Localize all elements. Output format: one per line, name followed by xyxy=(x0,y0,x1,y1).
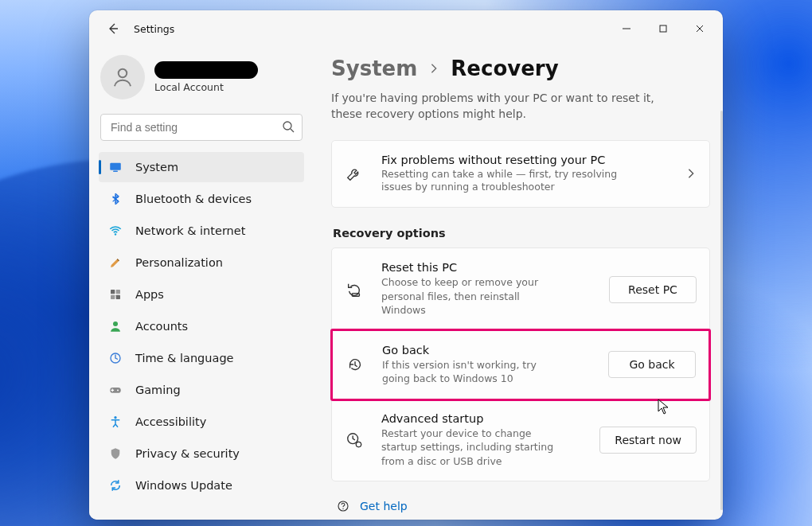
chevron-right-icon xyxy=(685,168,697,179)
page-title: Recovery xyxy=(451,56,558,80)
sidebar-item-label: Privacy & security xyxy=(135,447,295,460)
sidebar-item-label: Accounts xyxy=(135,320,295,333)
clock-globe-icon xyxy=(108,351,123,365)
account-icon xyxy=(108,319,123,333)
back-button[interactable] xyxy=(99,14,127,43)
maximize-button[interactable] xyxy=(645,16,681,41)
svg-rect-4 xyxy=(113,171,118,173)
settings-window: Settings Local Account xyxy=(89,10,723,520)
minimize-icon xyxy=(623,25,630,33)
sidebar-item-accessibility[interactable]: Accessibility xyxy=(99,407,304,437)
close-icon xyxy=(696,25,704,33)
sidebar-item-personalization[interactable]: Personalization xyxy=(99,247,304,278)
svg-rect-9 xyxy=(116,295,120,299)
page-intro: If you're having problems with your PC o… xyxy=(331,90,673,123)
svg-rect-3 xyxy=(110,163,121,170)
paintbrush-icon xyxy=(108,255,123,270)
fix-card-sub: Resetting can take a while — first, try … xyxy=(381,168,628,195)
sidebar-item-system[interactable]: System xyxy=(99,152,304,182)
svg-rect-6 xyxy=(111,290,115,294)
fix-card-title: Fix problems without resetting your PC xyxy=(381,154,668,166)
svg-point-1 xyxy=(119,69,127,78)
svg-point-19 xyxy=(342,508,343,509)
restart-now-button[interactable]: Restart now xyxy=(599,427,697,454)
sidebar-item-network[interactable]: Network & internet xyxy=(99,216,304,246)
option-title: Reset this PC xyxy=(381,261,591,274)
svg-point-10 xyxy=(113,321,118,326)
option-advanced-startup: Advanced startup Restart your device to … xyxy=(332,399,709,481)
search-input[interactable] xyxy=(100,114,303,141)
option-sub: Restart your device to change startup se… xyxy=(381,427,564,469)
sidebar-item-accounts[interactable]: Accounts xyxy=(99,311,304,341)
sidebar-item-label: Windows Update xyxy=(135,479,295,492)
svg-point-2 xyxy=(283,122,291,130)
wrench-icon xyxy=(345,165,364,182)
person-icon xyxy=(111,65,135,89)
breadcrumb-parent[interactable]: System xyxy=(331,56,417,80)
fix-problems-card[interactable]: Fix problems without resetting your PC R… xyxy=(331,140,710,208)
close-button[interactable] xyxy=(681,16,718,41)
scrollbar[interactable] xyxy=(720,111,723,510)
sidebar-item-label: Gaming xyxy=(135,384,295,396)
sidebar-item-time-language[interactable]: Time & language xyxy=(99,343,304,373)
breadcrumb: System Recovery xyxy=(331,56,710,80)
sidebar-item-label: System xyxy=(135,161,295,173)
user-name-redacted xyxy=(154,61,258,79)
avatar xyxy=(100,55,145,99)
option-reset-pc: Reset this PC Choose to keep or remove y… xyxy=(332,248,709,330)
option-sub: Choose to keep or remove your personal f… xyxy=(381,275,564,318)
minimize-button[interactable] xyxy=(608,16,645,41)
history-icon xyxy=(345,356,365,373)
bluetooth-icon xyxy=(108,193,123,205)
window-controls xyxy=(608,16,718,41)
help-icon xyxy=(336,499,350,513)
maximize-icon xyxy=(659,25,667,33)
search-field xyxy=(100,114,303,141)
reset-pc-button[interactable]: Reset PC xyxy=(609,276,697,303)
sidebar-item-apps[interactable]: Apps xyxy=(99,279,304,310)
get-help-link[interactable]: Get help xyxy=(336,499,710,513)
arrow-left-icon xyxy=(107,22,119,35)
sidebar-item-label: Apps xyxy=(135,288,295,301)
svg-point-14 xyxy=(114,416,116,419)
reset-pc-icon xyxy=(345,281,364,298)
gamepad-icon xyxy=(108,383,123,397)
sidebar-item-privacy[interactable]: Privacy & security xyxy=(99,438,304,469)
option-sub: If this version isn't working, try going… xyxy=(382,358,565,386)
recovery-options-list: Reset this PC Choose to keep or remove y… xyxy=(331,247,710,481)
user-card[interactable]: Local Account xyxy=(99,55,304,109)
update-icon xyxy=(108,478,123,493)
chevron-right-icon xyxy=(428,63,439,74)
accessibility-icon xyxy=(108,415,123,429)
sidebar-item-bluetooth[interactable]: Bluetooth & devices xyxy=(99,184,304,214)
go-back-button[interactable]: Go back xyxy=(608,351,696,378)
apps-icon xyxy=(108,288,123,301)
svg-rect-8 xyxy=(111,295,115,299)
highlight-go-back: Go back If this version isn't working, t… xyxy=(330,329,711,401)
sidebar-item-label: Personalization xyxy=(135,256,295,269)
help-link-label: Get help xyxy=(360,500,408,512)
wifi-icon xyxy=(108,224,123,238)
svg-rect-7 xyxy=(116,290,120,294)
svg-point-5 xyxy=(115,233,116,235)
option-title: Advanced startup xyxy=(381,412,582,425)
sidebar-item-windows-update[interactable]: Windows Update xyxy=(99,470,304,501)
nav-list: System Bluetooth & devices Network & int… xyxy=(99,152,304,510)
titlebar: Settings xyxy=(89,10,723,47)
monitor-icon xyxy=(108,160,123,174)
recovery-options-heading: Recovery options xyxy=(333,227,710,240)
user-account-type: Local Account xyxy=(154,82,258,93)
option-go-back: Go back If this version isn't working, t… xyxy=(333,331,709,399)
search-icon xyxy=(282,120,295,133)
sidebar-item-gaming[interactable]: Gaming xyxy=(99,375,304,405)
svg-point-13 xyxy=(117,389,119,391)
app-title: Settings xyxy=(134,23,174,35)
sidebar-item-label: Accessibility xyxy=(135,415,295,428)
shield-icon xyxy=(108,446,123,461)
advanced-startup-icon xyxy=(345,431,364,449)
sidebar-item-label: Network & internet xyxy=(135,224,295,237)
svg-rect-0 xyxy=(660,25,666,32)
sidebar-item-label: Bluetooth & devices xyxy=(135,193,295,205)
content-area: System Recovery If you're having problem… xyxy=(314,47,723,520)
option-title: Go back xyxy=(382,344,591,357)
